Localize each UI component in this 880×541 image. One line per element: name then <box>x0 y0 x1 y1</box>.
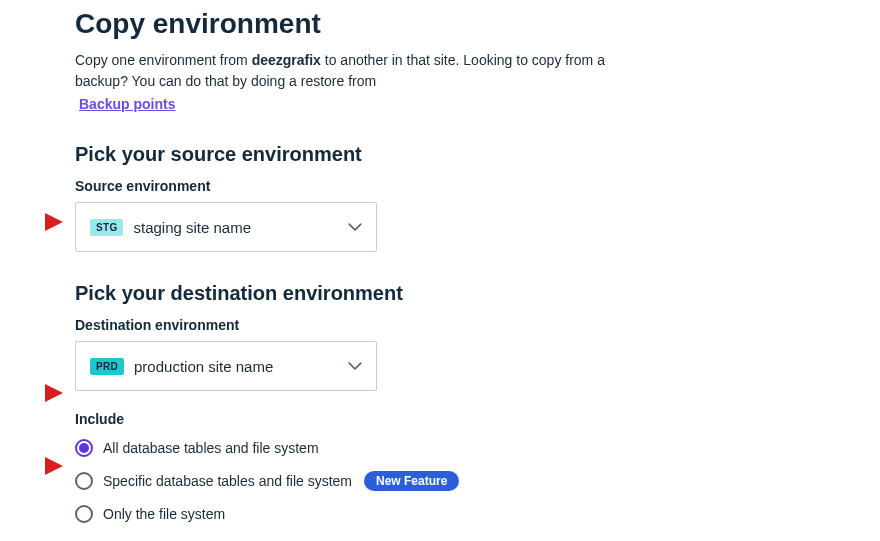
page-title: Copy environment <box>75 8 645 40</box>
destination-heading: Pick your destination environment <box>75 282 645 305</box>
stg-badge: STG <box>90 219 123 236</box>
intro-before: Copy one environment from <box>75 52 252 68</box>
source-heading: Pick your source environment <box>75 143 645 166</box>
site-name: deezgrafix <box>252 52 321 68</box>
radio-label: Specific database tables and file system <box>103 473 352 489</box>
new-feature-badge: New Feature <box>364 471 459 491</box>
chevron-down-icon <box>348 359 362 373</box>
source-select-value: staging site name <box>133 219 348 236</box>
source-env-label: Source environment <box>75 178 645 194</box>
radio-button-icon <box>75 439 93 457</box>
chevron-down-icon <box>348 220 362 234</box>
radio-all-tables[interactable]: All database tables and file system <box>75 439 645 457</box>
radio-specific-tables[interactable]: Specific database tables and file system… <box>75 471 645 491</box>
radio-button-icon <box>75 505 93 523</box>
arrow-marker-icon <box>45 213 63 231</box>
include-label: Include <box>75 411 645 427</box>
radio-label: All database tables and file system <box>103 440 319 456</box>
source-environment-select[interactable]: STG staging site name <box>75 202 377 252</box>
intro-text: Copy one environment from deezgrafix to … <box>75 50 635 92</box>
arrow-marker-icon <box>45 457 63 475</box>
destination-env-label: Destination environment <box>75 317 645 333</box>
destination-environment-select[interactable]: PRD production site name <box>75 341 377 391</box>
backup-points-link[interactable]: Backup points <box>79 96 175 112</box>
radio-label: Only the file system <box>103 506 225 522</box>
arrow-marker-icon <box>45 384 63 402</box>
destination-select-value: production site name <box>134 358 348 375</box>
radio-button-icon <box>75 472 93 490</box>
radio-only-filesystem[interactable]: Only the file system <box>75 505 645 523</box>
prd-badge: PRD <box>90 358 124 375</box>
